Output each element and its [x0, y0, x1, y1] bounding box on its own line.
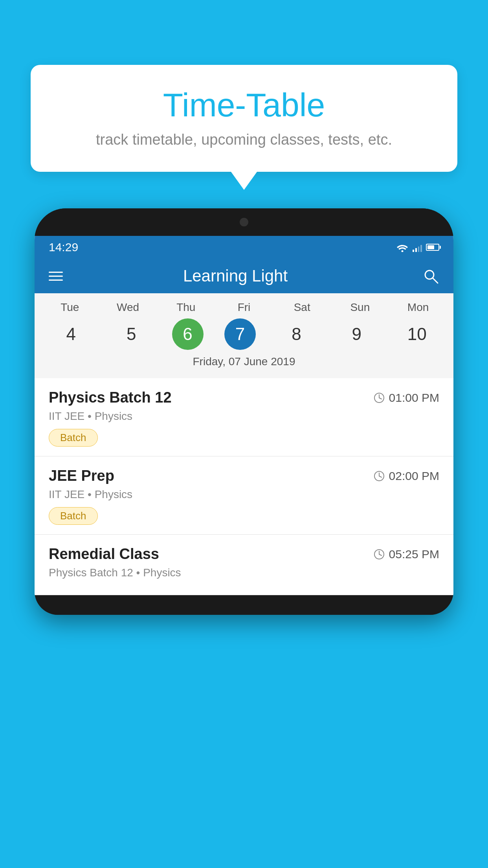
- speech-bubble: Time-Table track timetable, upcoming cla…: [31, 65, 457, 172]
- day-header-mon: Mon: [398, 301, 438, 314]
- event-time-wrapper: 05:25 PM: [373, 548, 439, 561]
- event-subtitle: IIT JEE • Physics: [49, 488, 439, 501]
- event-time: 02:00 PM: [389, 469, 439, 483]
- day-10[interactable]: 10: [397, 318, 437, 350]
- event-subtitle: Physics Batch 12 • Physics: [49, 566, 439, 579]
- day-5[interactable]: 5: [112, 318, 151, 350]
- day-9[interactable]: 9: [337, 318, 376, 350]
- day-header-fri: Fri: [224, 301, 264, 314]
- day-header-thu: Thu: [166, 301, 205, 314]
- day-headers: Tue Wed Thu Fri Sat Sun Mon: [35, 301, 453, 314]
- svg-line-2: [433, 278, 438, 283]
- phone-wrapper: 14:29: [35, 208, 453, 868]
- event-title: Physics Batch 12: [49, 389, 172, 406]
- svg-line-11: [379, 554, 382, 555]
- status-bar: 14:29: [35, 236, 453, 259]
- event-item-physics-batch[interactable]: Physics Batch 12 01:00 PM IIT JEE • Phys…: [35, 378, 453, 456]
- day-8[interactable]: 8: [277, 318, 316, 350]
- event-time: 05:25 PM: [389, 548, 439, 561]
- phone-frame: 14:29: [35, 208, 453, 615]
- event-item-remedial[interactable]: Remedial Class 05:25 PM Physics Batch 12…: [35, 535, 453, 595]
- app-header: Learning Light: [35, 259, 453, 293]
- day-7-selected[interactable]: 7: [224, 318, 256, 350]
- day-4[interactable]: 4: [51, 318, 91, 350]
- event-row1: Physics Batch 12 01:00 PM: [49, 389, 439, 406]
- svg-line-5: [379, 398, 382, 399]
- clock-icon: [373, 392, 385, 404]
- day-header-tue: Tue: [50, 301, 90, 314]
- battery-fill: [427, 245, 434, 249]
- day-header-sun: Sun: [340, 301, 380, 314]
- signal-icon: [413, 243, 422, 252]
- event-time: 01:00 PM: [389, 391, 439, 405]
- phone-camera: [240, 218, 248, 226]
- event-tag-batch: Batch: [49, 507, 98, 525]
- phone-notch: [232, 210, 256, 234]
- selected-date-label: Friday, 07 June 2019: [35, 350, 453, 374]
- event-row1: JEE Prep 02:00 PM: [49, 467, 439, 484]
- phone-screen: 14:29: [35, 236, 453, 595]
- bubble-subtitle: track timetable, upcoming classes, tests…: [54, 131, 434, 148]
- clock-icon: [373, 548, 385, 560]
- clock-icon: [373, 470, 385, 482]
- calendar-strip: Tue Wed Thu Fri Sat Sun Mon 4 5 6 7 8 9 …: [35, 293, 453, 378]
- phone-bottom-bezel: [35, 595, 453, 615]
- app-title: Learning Light: [49, 267, 422, 285]
- day-numbers: 4 5 6 7 8 9 10: [35, 318, 453, 350]
- day-6-today[interactable]: 6: [172, 318, 204, 350]
- event-time-wrapper: 01:00 PM: [373, 391, 439, 405]
- event-time-wrapper: 02:00 PM: [373, 469, 439, 483]
- event-title: Remedial Class: [49, 546, 159, 563]
- status-time: 14:29: [49, 241, 78, 254]
- search-button[interactable]: [422, 267, 439, 285]
- search-icon: [422, 267, 439, 285]
- event-item-jee-prep[interactable]: JEE Prep 02:00 PM IIT JEE • Physics Batc…: [35, 456, 453, 535]
- events-container: Physics Batch 12 01:00 PM IIT JEE • Phys…: [35, 378, 453, 595]
- bubble-title: Time-Table: [54, 86, 434, 124]
- event-row1: Remedial Class 05:25 PM: [49, 546, 439, 563]
- event-subtitle: IIT JEE • Physics: [49, 410, 439, 423]
- phone-bezel-top: [35, 208, 453, 236]
- event-title: JEE Prep: [49, 467, 114, 484]
- day-header-sat: Sat: [283, 301, 322, 314]
- event-tag-batch: Batch: [49, 429, 98, 447]
- day-header-wed: Wed: [108, 301, 148, 314]
- wifi-icon: [396, 243, 409, 252]
- status-icons: [396, 243, 439, 252]
- svg-point-0: [402, 250, 404, 252]
- svg-line-8: [379, 476, 382, 477]
- battery-icon: [426, 244, 439, 251]
